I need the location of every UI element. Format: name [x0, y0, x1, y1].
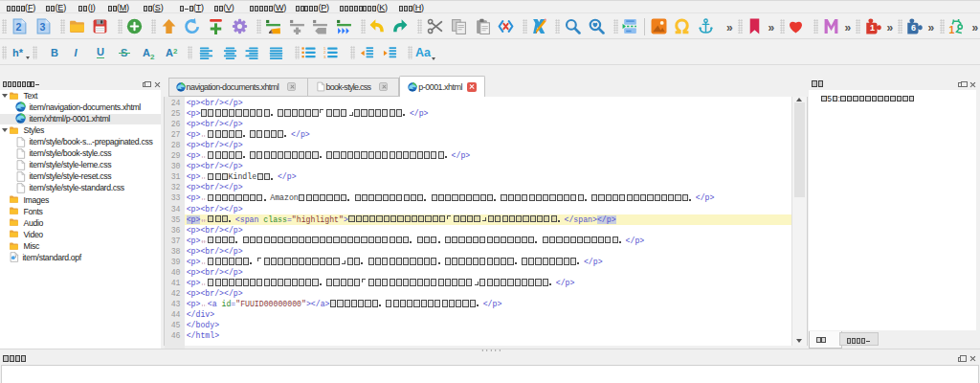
- svg-text:3.: 3.: [323, 55, 327, 59]
- svg-text:3: 3: [39, 21, 45, 33]
- svg-text:6: 6: [911, 23, 916, 33]
- svg-text:2: 2: [15, 21, 21, 33]
- svg-text:1: 1: [869, 23, 874, 33]
- svg-text:1: 1: [949, 24, 955, 34]
